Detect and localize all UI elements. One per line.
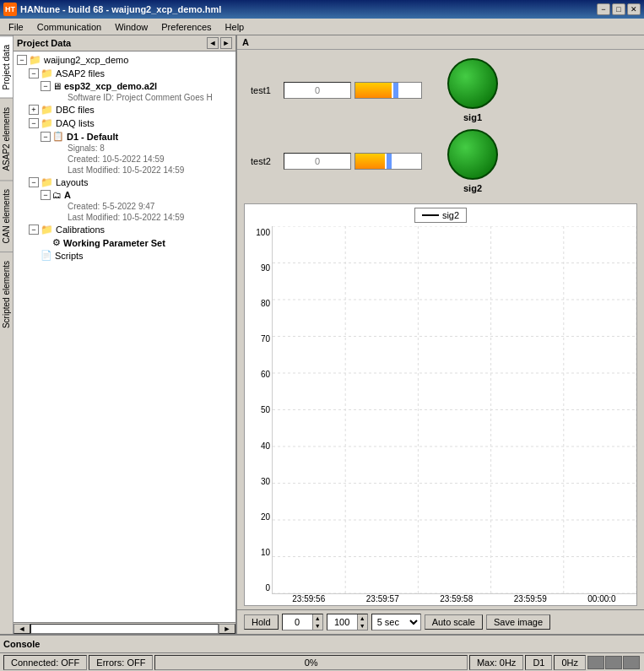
layout-title: A [237,35,644,50]
status-connected: Connected: OFF [3,655,87,670]
tree-item-scripts[interactable]: 📄 Scripts [15,249,234,262]
signal-container-2: sig2 [447,129,498,193]
scale-spin-down[interactable]: ▼ [357,622,367,630]
menu-help[interactable]: Help [219,20,252,34]
y-axis: 100 90 80 70 60 50 40 30 20 10 0 [245,226,272,594]
tree-label-d1: D1 - Default [67,132,118,142]
console-panel: Console [0,634,644,652]
tree-item-modified1: Last Modified: 10-5-2022 14:59 [15,165,234,176]
gauge-fill-2 [355,154,385,169]
chart-panel: sig2 100 90 80 70 60 50 40 30 20 10 0 [244,203,637,606]
tree-container: − 📁 waijung2_xcp_demo − 📁 ASAP2 files − … [14,51,235,622]
tree-subtext-created2: Created: 5-5-2022 9:47 [68,202,154,211]
project-panel: Project Data ◄ ► − 📁 waijung2_xcp_demo −… [14,35,237,634]
tab-scripted-elements[interactable]: Scripted elements [0,252,13,337]
hold-value-input[interactable]: 0 ▲ ▼ [282,614,323,630]
tree-item-created2: Created: 5-5-2022 9:47 [15,201,234,212]
tree-item-layout-a[interactable]: − 🗂 A [15,189,234,201]
tree-label-layout-a: A [64,190,71,200]
expand-d1[interactable]: − [41,132,51,142]
gauge-thumb-2 [387,154,392,169]
expand-layout-a[interactable]: − [41,190,51,200]
gauge-label-2: test2 [251,156,280,166]
scrollbar-track[interactable] [30,624,219,634]
hold-spin-down[interactable]: ▼ [312,622,322,630]
maximize-button[interactable]: □ [612,3,625,15]
tree-label-wps: Working Parameter Set [63,238,165,248]
tab-can-elements[interactable]: CAN elements [0,180,13,252]
tree-label-layouts: Layouts [56,177,89,187]
tree-item-waijung[interactable]: − 📁 waijung2_xcp_demo [15,53,234,67]
signal-circle-2 [447,129,498,180]
tree-item-wps[interactable]: ⚙ Working Parameter Set [15,236,234,249]
tree-item-d1[interactable]: − 📋 D1 - Default [15,130,234,143]
hold-spin-up[interactable]: ▲ [312,614,322,622]
scale-spin-btns: ▲ ▼ [357,614,367,630]
auto-scale-button[interactable]: Auto scale [425,614,483,630]
gauge-bar-1 [354,82,422,99]
gauge-row-1: test1 0 sig1 [237,50,644,126]
tree-label-dbc: DBC files [56,105,95,115]
tree-label-asap2files: ASAP2 files [56,68,105,78]
gauge-bar-2 [354,153,422,170]
tree-item-dbc[interactable]: + 📁 DBC files [15,103,234,116]
status-d1: D1 [525,655,552,670]
expand-layouts[interactable]: − [29,177,39,187]
tab-asap2-elements[interactable]: ASAP2 elements [0,98,13,180]
tree-item-calibrations[interactable]: − 📁 Calibrations [15,223,234,236]
save-image-button[interactable]: Save image [486,614,550,630]
gauge-input-2[interactable]: 0 [284,153,351,170]
panel-collapse-btn[interactable]: ◄ [207,37,219,49]
menu-bar: File Communication Window Preferences He… [0,19,644,35]
tree-item-daq[interactable]: − 📁 DAQ lists [15,116,234,130]
expand-asap2files[interactable]: − [29,68,39,78]
tree-label-daq: DAQ lists [56,118,95,128]
chart-svg [273,226,636,593]
status-bar: Connected: OFF Errors: OFF 0% Max: 0Hz D… [0,652,644,671]
menu-file[interactable]: File [2,20,30,34]
title-bar: HT HANtune - build 68 - waijung2_xcp_dem… [0,0,644,19]
window-controls: − □ ✕ [597,3,641,15]
chart-legend-area: sig2 [245,204,636,226]
content-area: A test1 0 sig1 test2 [237,35,644,634]
expand-dbc[interactable]: + [29,105,39,115]
gauge-widget-2: test2 0 [251,153,422,170]
minimize-button[interactable]: − [597,3,610,15]
gauge-input-1[interactable]: 0 [284,82,351,99]
tab-project-data[interactable]: Project data [0,35,13,98]
close-button[interactable]: ✕ [627,3,641,15]
panel-expand-btn[interactable]: ► [220,37,232,49]
gauge-fill-1 [355,83,392,98]
menu-window[interactable]: Window [108,20,154,34]
expand-waijung[interactable]: − [17,55,27,65]
chart-controls: Hold 0 ▲ ▼ 100 ▲ ▼ 1 sec 2 sec 5 sec 10 … [237,609,644,634]
status-block-2 [605,656,622,669]
side-tabs: Project data ASAP2 elements CAN elements… [0,35,14,634]
scale-value-input[interactable]: 100 ▲ ▼ [327,614,368,630]
panel-header: Project Data ◄ ► [14,35,235,51]
chart-grid [272,226,636,594]
tree-subtext-modified1: Last Modified: 10-5-2022 14:59 [68,165,184,175]
gauge-thumb-1 [393,83,398,98]
x-axis: 23:59:56 23:59:57 23:59:58 23:59:59 00:0… [245,594,636,605]
app-icon: HT [3,3,17,16]
scale-value: 100 [327,614,357,630]
expand-calibrations[interactable]: − [29,225,39,235]
hold-spin-btns: ▲ ▼ [312,614,322,630]
tree-item-asap2files[interactable]: − 📁 ASAP2 files [15,67,234,80]
scrollbar-left-btn[interactable]: ◄ [14,624,30,634]
scale-spin-up[interactable]: ▲ [357,614,367,622]
hold-button[interactable]: Hold [244,614,279,630]
tree-item-layouts[interactable]: − 📁 Layouts [15,176,234,189]
tree-label-scripts: Scripts [55,251,84,261]
tree-subtext-created1: Created: 10-5-2022 14:59 [68,154,165,164]
menu-preferences[interactable]: Preferences [154,20,218,34]
tree-item-a2l[interactable]: − 🖥 esp32_xcp_demo.a2l [15,80,234,92]
expand-a2l[interactable]: − [41,81,51,91]
menu-communication[interactable]: Communication [30,20,108,34]
tree-item-modified2: Last Modified: 10-5-2022 14:59 [15,212,234,223]
expand-daq[interactable]: − [29,118,39,128]
signal-circle-1 [447,58,498,109]
scrollbar-right-btn[interactable]: ► [219,624,235,634]
time-select[interactable]: 1 sec 2 sec 5 sec 10 sec 30 sec 60 sec [371,614,421,630]
